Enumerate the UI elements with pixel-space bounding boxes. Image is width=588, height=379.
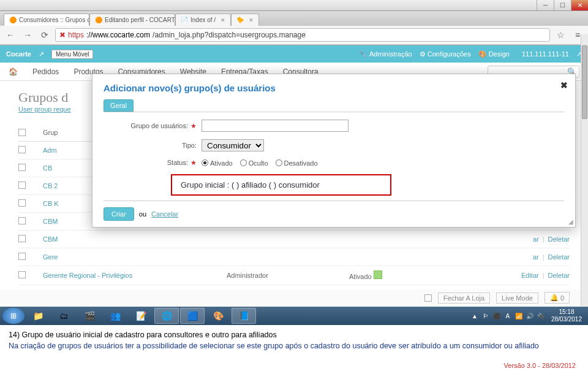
design-link[interactable]: 🎨Design [478,50,510,58]
tray-volume-icon[interactable]: 🔊 [526,312,534,320]
close-tab-icon[interactable]: ✕ [221,17,225,23]
row-checkbox[interactable] [18,217,26,224]
status-badge[interactable] [374,270,382,279]
tray-power-icon[interactable]: 🔌 [537,312,545,320]
radio-desativado[interactable]: Desativado [276,159,318,167]
browser-tab-1[interactable]: 🟠 Editando perfil - COCARTE ✕ [89,13,175,26]
task-explorer-icon[interactable]: 📁 [26,308,50,324]
table-row: CBMar|Deletar [18,231,570,248]
edit-link[interactable]: ar [533,235,539,243]
scroll-thumb[interactable] [582,45,587,119]
minimize-button[interactable]: ─ [537,0,554,10]
home-icon[interactable]: 🏠 [9,67,18,76]
row-group-link[interactable]: CB K [43,200,59,207]
or-text: ou [139,210,146,218]
radio-ativado[interactable]: Ativado [202,159,233,167]
taskbar-clock[interactable]: 15:18 28/03/2012 [548,308,586,323]
tray-a-icon[interactable]: A [503,312,512,320]
select-all-checkbox[interactable] [18,129,26,136]
close-store-button[interactable]: Fechar A Loja [438,293,490,304]
browser-tab-2[interactable]: 📄 Index of / ✕ [175,13,231,26]
row-tipo: Administrador [227,272,349,279]
label-tipo: Tipo: [104,142,202,149]
row-checkbox[interactable] [18,164,26,171]
row-group-link[interactable]: Gere [43,253,58,261]
reload-button[interactable]: ⟳ [38,28,51,42]
row-checkbox[interactable] [18,253,26,260]
delete-link[interactable]: Deletar [548,253,570,261]
version-text: Versão 3.0 - 28/03/2012 [504,362,576,369]
task-paint-icon[interactable]: 🎨 [206,308,230,324]
row-group-link[interactable]: CBM [43,218,58,225]
row-checkbox[interactable] [18,146,26,153]
maximize-button[interactable]: ☐ [554,0,571,10]
tab-title: Editando perfil - COCARTE [105,17,175,23]
row-checkbox[interactable] [18,235,26,242]
task-users-icon[interactable]: 👥 [103,308,127,324]
row-checkbox[interactable] [18,199,26,207]
bookmark-icon[interactable]: ☆ [554,28,567,42]
footer-checkbox[interactable] [424,294,432,302]
annotation-overlay: Grupo inicial : ( ) afiliado ( ) consumi… [171,174,391,196]
resize-handle-icon[interactable]: ◢ [568,218,573,225]
add-usergroup-modal: Adicionar novo(s) grupo(s) de usuários ✖… [92,74,576,228]
tab-geral[interactable]: Geral [104,99,134,112]
tray-network-icon[interactable]: 📶 [514,312,523,320]
task-note-icon[interactable]: 📝 [129,308,153,324]
config-link[interactable]: ⚙Configurações [420,50,471,58]
admin-link[interactable]: 🔧Administração [359,50,412,58]
row-checkbox[interactable] [18,271,26,278]
system-tray: ▲ 🏳 ⬛ A 📶 🔊 🔌 15:18 28/03/2012 [470,308,586,323]
task-media-icon[interactable]: 🎬 [77,308,102,324]
tipo-select[interactable]: Consumidor [202,139,264,151]
ip-display: 111.111.111-11 [522,50,569,58]
radio-icon [240,159,247,166]
close-modal-button[interactable]: ✖ [560,80,568,90]
close-tab-icon[interactable]: ✕ [249,17,254,23]
task-chrome-icon[interactable]: 🌐 [154,308,179,324]
annotation-line-2: Na criação de grupos de usuários ter a p… [9,341,579,352]
row-group-link[interactable]: CB [43,164,52,172]
cancel-link[interactable]: Cancelar [151,210,178,218]
modal-title: Adicionar novo(s) grupo(s) de usuários [104,83,564,93]
nav-pedidos[interactable]: Pedidos [32,67,59,76]
tray-flag-icon[interactable]: 🏳 [481,312,490,320]
edit-link[interactable]: Editar [521,272,539,279]
task-word-icon[interactable]: 📘 [232,308,256,324]
row-group-link[interactable]: CB 2 [43,182,58,190]
task-folder-icon[interactable]: 🗂 [51,308,76,324]
address-bar[interactable]: ✖ https://www.cocarte.com/admin_loja.php… [55,28,550,42]
gear-icon: ⚙ [420,50,426,58]
live-mode-button[interactable]: Live Mode [496,293,538,304]
vertical-scrollbar[interactable] [581,34,588,306]
menu-movel-button[interactable]: Menu Móvel [51,50,93,59]
task-skype-icon[interactable]: 🟦 [180,308,205,324]
delete-link[interactable]: Deletar [548,235,570,243]
forward-button[interactable]: → [21,28,34,42]
brand-logo[interactable]: Cocarte [6,50,31,58]
row-checkbox[interactable] [18,182,26,189]
row-group-link[interactable]: CBM [43,235,58,243]
browser-tab-0[interactable]: 🟠 Consumidores :: Grupos de ✕ [4,13,89,26]
row-actions: Editar|Deletar [521,272,570,279]
browser-tab-3[interactable]: 🐤 ✕ [231,13,259,26]
row-actions: ar|Deletar [533,235,570,243]
row-actions: ar|Deletar [533,253,570,261]
tray-up-icon[interactable]: ▲ [470,312,479,320]
create-button[interactable]: Criar [104,207,134,221]
row-group-link[interactable]: Adm [43,147,57,154]
row-group-link[interactable]: Gerente Regional - Privilégios [43,272,132,279]
tray-shield-icon[interactable]: ⬛ [492,312,501,320]
close-window-button[interactable]: ✕ [571,0,588,10]
start-button[interactable]: ⊞ [2,308,24,324]
modal-footer: Criar ou Cancelar [104,201,564,221]
window-controls: ─ ☐ ✕ [0,0,588,11]
back-button[interactable]: ← [4,28,17,42]
radio-oculto[interactable]: Oculto [240,159,268,167]
edit-link[interactable]: ar [533,253,539,261]
delete-link[interactable]: Deletar [548,272,570,279]
notifications-button[interactable]: 🔔0 [545,292,570,304]
grupo-input[interactable] [202,120,349,132]
document-annotation: 14) Grupo de usuário inicial de cadastro… [9,330,579,351]
external-link-icon[interactable]: ↗ [39,50,44,58]
